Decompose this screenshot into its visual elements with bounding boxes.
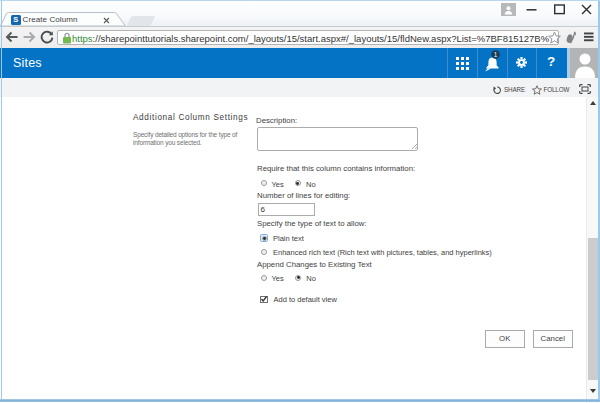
svg-text:1: 1 bbox=[494, 51, 498, 58]
